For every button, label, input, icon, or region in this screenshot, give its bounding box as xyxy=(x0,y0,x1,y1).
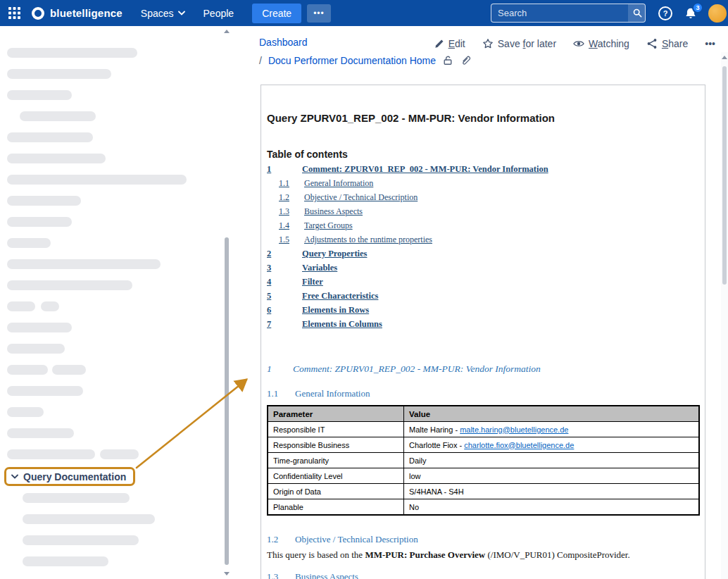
share-button[interactable]: Share xyxy=(646,38,688,49)
sidebar-skeleton-bar xyxy=(7,280,132,290)
table-row: Confidentiality Levellow xyxy=(268,468,699,484)
sidebar-skeleton-bar xyxy=(23,514,155,524)
toc-entry-number[interactable]: 1.2 xyxy=(279,192,289,203)
nav-spaces[interactable]: Spaces xyxy=(141,8,185,19)
content-scrollbar-thumb[interactable] xyxy=(722,66,727,285)
toc-entry-number[interactable]: 5 xyxy=(267,291,271,301)
sidebar-skeleton-bar xyxy=(7,154,106,163)
help-button[interactable]: ? xyxy=(658,6,672,20)
sidebar-skeleton-bar xyxy=(7,196,81,206)
chevron-down-icon xyxy=(11,474,18,479)
value-cell: Charlotte Fiox - charlotte.fiox@bluetell… xyxy=(404,437,700,453)
notification-badge: 3 xyxy=(692,2,703,13)
toc-entry-number[interactable]: 2 xyxy=(267,249,271,259)
breadcrumb-current-page[interactable]: Docu Performer Documentation Home xyxy=(268,55,436,66)
sidebar-skeleton-bar xyxy=(41,301,59,311)
document-title: Query ZPURV01_REP_002 - MM-PUR: Vendor I… xyxy=(267,112,555,124)
value-cell: Daily xyxy=(404,453,700,468)
parameter-cell: Confidentiality Level xyxy=(268,468,404,484)
chevron-down-icon xyxy=(178,11,185,15)
toc-entry-number[interactable]: 1.5 xyxy=(279,235,289,245)
section-heading-1: 1Comment: ZPURV01_REP_002 - MM-PUR: Vend… xyxy=(267,363,541,375)
toc-entry: 7Elements in Columns xyxy=(267,319,699,333)
search-button[interactable] xyxy=(628,4,646,22)
value-header: Value xyxy=(404,406,700,422)
save-for-later-button[interactable]: Save for later xyxy=(482,38,556,49)
sidebar-skeleton-bar xyxy=(7,238,51,248)
watching-label: Watching xyxy=(589,38,629,49)
sidebar-skeleton-bar xyxy=(7,407,44,417)
confluence-page: bluetelligence Spaces People Create ••• … xyxy=(0,0,728,579)
watching-button[interactable]: Watching xyxy=(573,38,629,49)
share-label: Share xyxy=(662,38,688,49)
toc-entry-link[interactable]: Query Properties xyxy=(302,249,367,259)
value-cell: Malte Haring - malte.haring@bluetelligen… xyxy=(404,422,700,437)
general-information-table: Parameter Value Responsible ITMalte Hari… xyxy=(267,405,700,516)
toc-entry-number[interactable]: 1 xyxy=(267,164,271,175)
toc-entry: 6Elements in Rows xyxy=(267,305,699,319)
toc-entry-link[interactable]: Objective / Technical Description xyxy=(304,192,418,203)
main-content: Dashboard / Docu Performer Documentation… xyxy=(230,26,728,579)
sidebar-scrollbar xyxy=(223,26,230,579)
scroll-down-arrow[interactable] xyxy=(224,572,230,575)
sidebar-skeleton-bar xyxy=(7,428,74,438)
toc-entry-link[interactable]: Elements in Columns xyxy=(302,319,382,330)
search-input[interactable] xyxy=(491,4,628,22)
toc-entry-number[interactable]: 1.1 xyxy=(279,178,289,189)
topbar-more-button[interactable]: ••• xyxy=(307,4,331,23)
app-switcher-icon[interactable] xyxy=(8,7,20,19)
page-more-button[interactable]: ••• xyxy=(705,38,715,49)
sidebar-scrollbar-thumb[interactable] xyxy=(225,237,229,565)
section-heading-1-2: 1.2Objective / Technical Description xyxy=(267,534,418,545)
toc-entry-link[interactable]: Filter xyxy=(302,277,323,287)
toc-entry-link[interactable]: Target Groups xyxy=(304,220,353,231)
description-paragraph: This query is based on the MM-PUR: Purch… xyxy=(267,549,699,561)
brand-home-link[interactable]: bluetelligence xyxy=(32,7,123,20)
content-scrollbar xyxy=(721,52,728,579)
sidebar-skeleton-bar xyxy=(20,111,96,121)
toc-entry-number[interactable]: 7 xyxy=(267,319,271,330)
toc-entry-number[interactable]: 6 xyxy=(267,305,271,316)
toc-entry-link[interactable]: Business Aspects xyxy=(304,206,363,217)
nav-people[interactable]: People xyxy=(203,8,234,19)
toc-entry-link[interactable]: Adjustments to the runtime properties xyxy=(304,235,432,245)
edit-button[interactable]: Edit xyxy=(434,38,465,49)
toc-entry: 1.3Business Aspects xyxy=(267,206,699,220)
paperclip-icon[interactable] xyxy=(460,55,471,66)
notifications-button[interactable]: 3 xyxy=(684,7,697,20)
toc-entry-number[interactable]: 1.3 xyxy=(279,206,289,217)
toc-entry-link[interactable]: Free Characteristics xyxy=(302,291,378,301)
help-question-mark: ? xyxy=(663,9,668,18)
star-icon xyxy=(482,38,494,49)
section-heading-1-3: 1.3Business Aspects xyxy=(267,571,358,579)
toc-heading: Table of contents xyxy=(267,149,348,160)
sidebar-skeleton-bar xyxy=(7,365,48,375)
document-preview-frame: Query ZPURV01_REP_002 - MM-PUR: Vendor I… xyxy=(261,85,705,579)
toc-entry-link[interactable]: Elements in Rows xyxy=(302,305,369,316)
content-scroll-up-arrow[interactable] xyxy=(722,56,727,59)
toc-entry: 1Comment: ZPURV01_REP_002 - MM-PUR: Vend… xyxy=(267,164,699,178)
toc-entry-number[interactable]: 1.4 xyxy=(279,220,289,231)
user-avatar[interactable] xyxy=(708,4,727,23)
sidebar-skeleton-bar xyxy=(7,217,72,227)
toc-entry-number[interactable]: 3 xyxy=(267,263,271,273)
toc-entry-number[interactable]: 4 xyxy=(267,277,271,287)
email-link[interactable]: charlotte.fiox@bluetelligence.de xyxy=(464,441,574,449)
sidebar-skeleton-bar xyxy=(100,449,139,459)
section-heading-1-1: 1.1General Information xyxy=(267,388,370,399)
breadcrumb-dashboard[interactable]: Dashboard xyxy=(259,37,308,48)
sidebar-item-query-documentation[interactable]: Query Documentation xyxy=(4,467,135,486)
toc-entry-link[interactable]: General Information xyxy=(304,178,373,189)
scroll-up-arrow[interactable] xyxy=(224,30,230,33)
unlock-icon[interactable] xyxy=(442,55,453,66)
table-row: PlanableNo xyxy=(268,499,699,516)
pencil-icon xyxy=(434,39,444,49)
toc-entry-link[interactable]: Comment: ZPURV01_REP_002 - MM-PUR: Vendo… xyxy=(302,164,548,175)
sidebar-skeleton-bar xyxy=(23,556,108,566)
create-button[interactable]: Create xyxy=(252,4,301,23)
top-navigation-bar: bluetelligence Spaces People Create ••• … xyxy=(0,0,728,26)
share-icon xyxy=(646,38,658,49)
email-link[interactable]: malte.haring@bluetelligence.de xyxy=(460,425,568,434)
toc-entry-link[interactable]: Variables xyxy=(302,263,337,273)
sidebar-skeleton-bar xyxy=(7,259,161,269)
